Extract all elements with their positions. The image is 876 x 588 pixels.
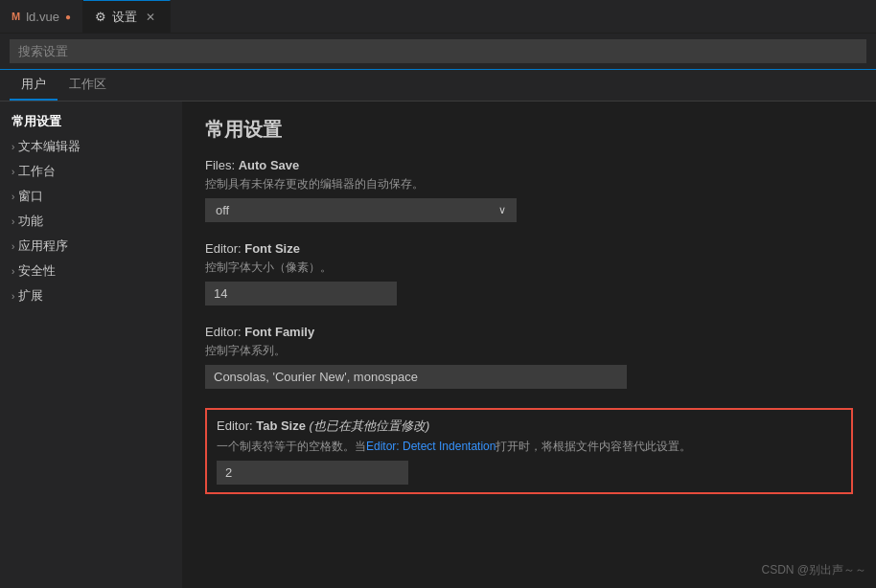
tab-size-input[interactable] — [217, 461, 408, 485]
auto-save-label: Files: Auto Save — [205, 158, 853, 172]
text-editor-chevron: › — [12, 142, 14, 152]
font-size-label: Editor: Font Size — [205, 241, 853, 256]
tab-size-desc: 一个制表符等于的空格数。当Editor: Detect Indentation打… — [217, 439, 841, 455]
settings-tab[interactable]: ⚙ 设置 ✕ — [83, 0, 171, 33]
extensions-chevron: › — [12, 291, 14, 302]
application-label: 应用程序 — [18, 237, 68, 255]
workspace-scope-tab[interactable]: 工作区 — [58, 70, 118, 101]
settings-tab-label: 设置 — [112, 9, 137, 26]
auto-save-dropdown[interactable]: off ∨ — [205, 198, 517, 222]
sidebar-item-security[interactable]: › 安全性 — [0, 259, 182, 283]
font-size-input[interactable] — [205, 282, 397, 305]
sidebar-item-application[interactable]: › 应用程序 — [0, 234, 182, 259]
font-family-setting: Editor: Font Family 控制字体系列。 — [205, 325, 853, 389]
user-scope-tab[interactable]: 用户 — [10, 70, 58, 101]
security-label: 安全性 — [18, 262, 56, 280]
content-title: 常用设置 — [205, 117, 853, 143]
font-family-input[interactable] — [205, 365, 627, 389]
detect-indentation-link[interactable]: Editor: Detect Indentation — [366, 440, 496, 453]
auto-save-label-bold: Auto Save — [239, 158, 300, 172]
search-bar — [0, 34, 876, 70]
watermark: CSDN @别出声～～ — [761, 562, 866, 578]
content-area: 常用设置 Files: Auto Save 控制具有未保存更改的编辑器的自动保存… — [182, 102, 876, 588]
file-tab[interactable]: M ld.vue ● — [0, 0, 83, 33]
security-chevron: › — [12, 266, 14, 277]
sidebar-item-window[interactable]: › 窗口 — [0, 184, 182, 209]
settings-tab-icon: ⚙ — [95, 10, 106, 24]
settings-tab-close[interactable]: ✕ — [143, 9, 158, 26]
commonly-used-label: 常用设置 — [12, 113, 61, 130]
text-editor-label: 文本编辑器 — [18, 138, 81, 155]
sidebar-item-extensions[interactable]: › 扩展 — [0, 283, 182, 308]
sidebar-item-text-editor[interactable]: › 文本编辑器 — [0, 134, 182, 159]
auto-save-setting: Files: Auto Save 控制具有未保存更改的编辑器的自动保存。 off… — [205, 158, 853, 222]
file-tab-modified: ● — [65, 11, 71, 22]
features-chevron: › — [12, 216, 14, 227]
sidebar: 常用设置 › 文本编辑器 › 工作台 › 窗口 › 功能 › 应用程序 › 安全… — [0, 102, 182, 588]
chevron-down-icon: ∨ — [498, 204, 506, 216]
sidebar-item-commonly-used[interactable]: 常用设置 — [0, 109, 182, 134]
window-chevron: › — [12, 192, 14, 202]
font-size-setting: Editor: Font Size 控制字体大小（像素）。 — [205, 241, 853, 305]
window-label: 窗口 — [18, 188, 43, 205]
workbench-chevron: › — [12, 167, 14, 177]
font-family-label: Editor: Font Family — [205, 325, 853, 339]
application-chevron: › — [12, 241, 14, 252]
workbench-label: 工作台 — [18, 163, 56, 180]
extensions-label: 扩展 — [18, 287, 43, 305]
file-tab-label: ld.vue — [26, 10, 59, 24]
tab-bar: M ld.vue ● ⚙ 设置 ✕ — [0, 0, 876, 34]
main-layout: 常用设置 › 文本编辑器 › 工作台 › 窗口 › 功能 › 应用程序 › 安全… — [0, 102, 876, 588]
features-label: 功能 — [18, 213, 43, 230]
search-input[interactable] — [10, 39, 866, 63]
font-size-desc: 控制字体大小（像素）。 — [205, 260, 853, 276]
tab-size-suffix: (也已在其他位置修改) — [306, 418, 429, 433]
tab-size-label: Editor: Tab Size (也已在其他位置修改) — [217, 418, 841, 435]
auto-save-desc: 控制具有未保存更改的编辑器的自动保存。 — [205, 176, 853, 192]
auto-save-value: off — [216, 203, 229, 217]
scope-tabs: 用户 工作区 — [0, 70, 876, 102]
tab-size-setting: Editor: Tab Size (也已在其他位置修改) 一个制表符等于的空格数… — [205, 408, 853, 494]
font-family-desc: 控制字体系列。 — [205, 343, 853, 359]
sidebar-item-features[interactable]: › 功能 — [0, 209, 182, 234]
auto-save-link[interactable]: 自动保存 — [366, 177, 412, 191]
auto-save-label-prefix: Files: — [205, 158, 239, 172]
sidebar-item-workbench[interactable]: › 工作台 — [0, 159, 182, 184]
file-tab-icon: M — [12, 11, 20, 22]
